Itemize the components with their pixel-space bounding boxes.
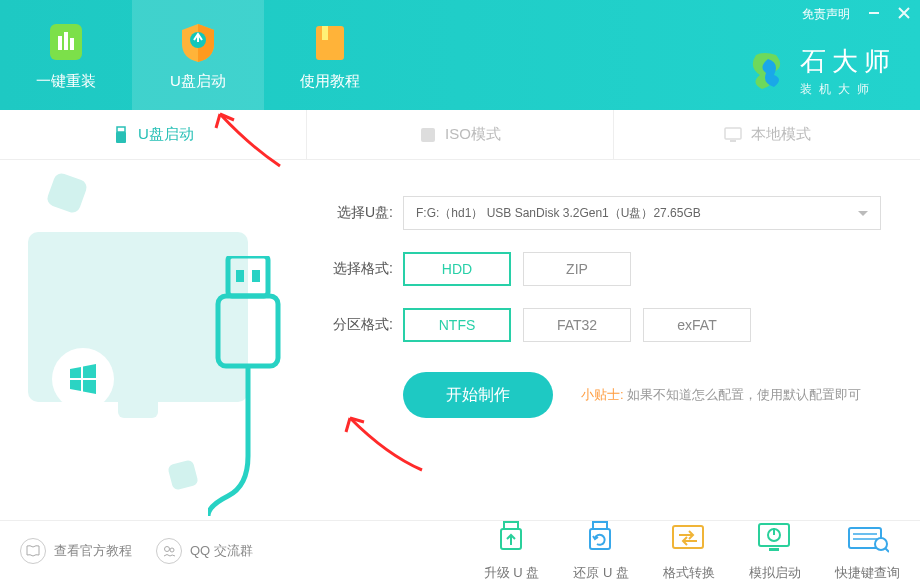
format-option-hdd[interactable]: HDD: [403, 252, 511, 286]
tip-text: 如果不知道怎么配置，使用默认配置即可: [627, 387, 861, 402]
usb-plug-icon: [208, 256, 288, 516]
svg-rect-25: [769, 548, 779, 551]
footer-tutorial-link[interactable]: 查看官方教程: [20, 538, 132, 564]
tab-label: ISO模式: [445, 125, 501, 144]
partition-option-ntfs[interactable]: NTFS: [403, 308, 511, 342]
usb-refresh-icon: [580, 520, 622, 556]
windows-icon: [52, 348, 114, 410]
disk-label: 选择U盘:: [315, 204, 393, 222]
svg-rect-27: [773, 528, 775, 535]
mode-tabs: U盘启动 ISO模式 本地模式: [0, 110, 920, 160]
disk-select[interactable]: F:G:（hd1） USB SanDisk 3.2Gen1（U盘）27.65GB: [403, 196, 881, 230]
brand: 石大师 装机大师: [746, 44, 896, 98]
book-icon: [308, 20, 352, 64]
svg-rect-23: [673, 526, 703, 548]
svg-rect-3: [70, 38, 74, 50]
svg-rect-1: [58, 36, 62, 50]
svg-rect-13: [228, 256, 268, 296]
nav-label: 一键重装: [36, 72, 96, 91]
svg-rect-15: [236, 270, 244, 282]
power-monitor-icon: [754, 520, 796, 556]
svg-rect-19: [504, 522, 518, 529]
usb-up-icon: [491, 520, 533, 556]
usb-icon: [112, 126, 130, 144]
close-icon[interactable]: [898, 7, 910, 22]
svg-rect-7: [869, 12, 879, 14]
start-button[interactable]: 开始制作: [403, 372, 553, 418]
tab-label: 本地模式: [751, 125, 811, 144]
app-header: 一键重装 U盘启动 使用教程 免责声明 石大师 装机大师: [0, 0, 920, 110]
shield-icon: [176, 20, 220, 64]
nav-usb-boot[interactable]: U盘启动: [132, 0, 264, 110]
svg-rect-14: [218, 296, 278, 366]
svg-rect-10: [421, 128, 435, 142]
partition-label: 分区格式:: [315, 316, 393, 334]
footer-qq-link[interactable]: QQ 交流群: [156, 538, 253, 564]
footer-tools: 升级 U 盘 还原 U 盘 格式转换 模拟启动 快捷键查询: [484, 520, 900, 581]
svg-rect-5: [316, 26, 344, 60]
nav-label: 使用教程: [300, 72, 360, 91]
illustration: [0, 160, 305, 520]
nav-reinstall[interactable]: 一键重装: [0, 0, 132, 110]
tool-hotkey-lookup[interactable]: 快捷键查询: [835, 520, 900, 581]
svg-line-32: [885, 548, 889, 552]
tool-restore-usb[interactable]: 还原 U 盘: [573, 520, 629, 581]
format-label: 选择格式:: [315, 260, 393, 278]
svg-rect-16: [252, 270, 260, 282]
iso-icon: [419, 126, 437, 144]
tab-label: U盘启动: [138, 125, 194, 144]
keyboard-search-icon: [847, 520, 889, 556]
brand-logo-icon: [746, 49, 790, 93]
window-controls: 免责声明: [802, 6, 910, 23]
format-option-zip[interactable]: ZIP: [523, 252, 631, 286]
svg-point-17: [165, 546, 170, 551]
tab-iso[interactable]: ISO模式: [307, 110, 614, 159]
tool-upgrade-usb[interactable]: 升级 U 盘: [484, 520, 540, 581]
convert-icon: [668, 520, 710, 556]
bars-icon: [44, 20, 88, 64]
footer: 查看官方教程 QQ 交流群 升级 U 盘 还原 U 盘 格式转换 模拟启动 快捷…: [0, 520, 920, 580]
tip-label: 小贴士:: [581, 387, 624, 402]
partition-option-exfat[interactable]: exFAT: [643, 308, 751, 342]
tool-format-convert[interactable]: 格式转换: [663, 520, 715, 581]
monitor-icon: [723, 126, 743, 144]
svg-rect-21: [593, 522, 607, 529]
brand-title: 石大师: [800, 44, 896, 79]
main-content: 选择U盘: F:G:（hd1） USB SanDisk 3.2Gen1（U盘）2…: [0, 160, 920, 520]
svg-rect-12: [730, 140, 736, 142]
svg-rect-22: [590, 529, 610, 549]
nav-label: U盘启动: [170, 72, 226, 91]
minimize-icon[interactable]: [868, 7, 880, 22]
svg-rect-11: [725, 128, 741, 139]
group-icon: [156, 538, 182, 564]
svg-rect-9: [116, 132, 126, 143]
svg-rect-6: [322, 26, 328, 40]
tool-simulate-boot[interactable]: 模拟启动: [749, 520, 801, 581]
config-form: 选择U盘: F:G:（hd1） USB SanDisk 3.2Gen1（U盘）2…: [305, 160, 920, 520]
book-open-icon: [20, 538, 46, 564]
disclaimer-link[interactable]: 免责声明: [802, 6, 850, 23]
tip: 小贴士: 如果不知道怎么配置，使用默认配置即可: [581, 386, 861, 404]
partition-option-fat32[interactable]: FAT32: [523, 308, 631, 342]
svg-rect-2: [64, 32, 68, 50]
svg-rect-8: [117, 127, 125, 132]
brand-subtitle: 装机大师: [800, 81, 896, 98]
tab-local[interactable]: 本地模式: [614, 110, 920, 159]
svg-point-18: [170, 548, 174, 552]
nav-tutorial[interactable]: 使用教程: [264, 0, 396, 110]
tab-usb-boot[interactable]: U盘启动: [0, 110, 307, 159]
